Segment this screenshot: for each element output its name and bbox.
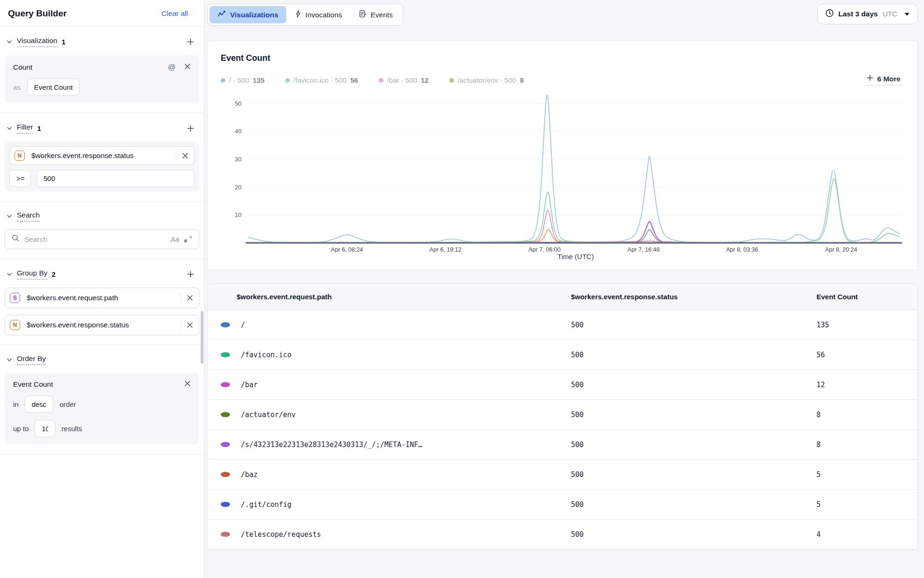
caret-down-icon [904,10,910,18]
legend-item[interactable]: /actuator/env · 500 8 [449,76,524,84]
cell-path: /actuator/env [241,411,305,419]
cell-status: 500 [571,321,816,329]
column-header-status[interactable]: $workers.event.response.status [571,284,816,310]
cell-count: 8 [816,411,917,419]
cell-count: 56 [816,351,917,359]
column-header-count[interactable]: Event Count [816,284,917,310]
series-color-dot [221,322,230,327]
lightning-icon [295,10,301,20]
legend-count: 12 [421,76,429,84]
remove-order-by-icon[interactable] [184,380,191,389]
regex-icon[interactable]: * [184,236,192,243]
section-group-by: Group By 2 S $workers.event.request.path… [0,259,204,345]
svg-text:30: 30 [235,156,242,163]
cell-status: 500 [571,441,816,449]
remove-group-by-icon[interactable] [180,320,194,330]
cell-path: /bar [241,381,267,389]
table-row[interactable]: /baz 500 5 [208,460,917,490]
add-group-by-button[interactable] [185,268,196,280]
order-by-field[interactable]: Event Count [13,380,53,389]
results-table-panel: $workers.event.request.path $workers.eve… [207,283,918,550]
group-by-field: N $workers.event.response.status [5,315,199,335]
document-icon [359,10,367,20]
time-range-selector[interactable]: Last 3 days UTC [817,4,918,24]
table-row[interactable]: /favicon.ico 500 56 [208,340,917,370]
metric-name[interactable]: Count [13,63,32,72]
at-icon[interactable]: @ [168,63,176,72]
legend-label: /actuator/env · 500 [458,76,516,84]
legend-dot [379,78,383,83]
legend-label: / · 500 [229,76,249,84]
table-row[interactable]: / 500 135 [208,310,917,340]
plus-icon [866,74,873,83]
search-input[interactable] [24,235,166,244]
group-by-section-label[interactable]: Group By [17,269,47,280]
group-by-field-name[interactable]: $workers.event.request.path [27,294,177,302]
svg-text:10: 10 [235,211,242,218]
group-by-field-name[interactable]: $workers.event.response.status [27,321,177,329]
series-color-dot [221,472,230,477]
line-chart-icon [217,10,226,19]
table-row[interactable]: /s/432313e22313e28313e2430313/_/;/META-I… [208,430,917,460]
section-search: Search Aa * [0,202,204,259]
order-by-section-label[interactable]: Order By [17,354,46,365]
filter-section-label[interactable]: Filter [17,123,33,134]
search-icon [12,234,20,244]
cell-count: 8 [816,441,917,449]
chevron-down-icon[interactable] [7,127,12,130]
visualization-card: Count @ as Event Count [5,55,199,103]
upto-label: up to [13,425,29,433]
tab-visualizations[interactable]: Visualizations [209,6,286,23]
chevron-down-icon[interactable] [7,215,12,218]
column-header-path[interactable]: $workers.event.request.path [208,284,571,310]
table-row[interactable]: /.git/config 500 5 [208,490,917,520]
svg-text:50: 50 [235,100,242,107]
chevron-down-icon[interactable] [7,358,12,362]
match-case-icon[interactable]: Aa [171,236,179,243]
filter-field-name[interactable]: $workers.event.response.status [31,152,172,160]
direction-select[interactable]: desc [25,396,54,413]
add-filter-button[interactable] [185,123,196,134]
chart-svg[interactable]: 1020304050Apr 6, 08:24Apr 6, 19:12Apr 7,… [221,89,904,253]
svg-text:40: 40 [235,128,242,135]
chevron-down-icon[interactable] [7,40,12,44]
group-by-count: 2 [51,270,55,278]
cell-status: 500 [571,411,816,419]
chevron-down-icon[interactable] [7,273,12,276]
remove-group-by-icon[interactable] [180,293,194,303]
remove-filter-icon[interactable] [176,151,189,160]
alias-field[interactable]: Event Count [27,79,80,96]
legend-item[interactable]: /favicon.ico · 500 56 [285,76,358,84]
svg-text:20: 20 [235,184,242,191]
table-row[interactable]: /telescope/requests 500 4 [208,520,917,549]
visualization-count: 1 [62,38,65,46]
sidebar-title: Query Builder [8,8,67,19]
filter-count: 1 [37,124,41,132]
table-row[interactable]: /bar 500 12 [208,370,917,400]
legend-count: 56 [350,76,358,84]
legend-item[interactable]: / · 500 135 [221,76,265,84]
tab-label: Visualizations [230,11,278,19]
more-series-button[interactable]: 6 More [866,74,901,86]
filter-value-input[interactable] [36,170,195,187]
cell-path: / [241,321,254,329]
legend-item[interactable]: /bar · 500 12 [379,76,429,84]
visualization-section-label[interactable]: Visualization [17,36,58,47]
cell-count: 5 [816,500,917,509]
cell-status: 500 [571,530,816,539]
sidebar-scrollbar[interactable] [201,311,203,364]
table-row[interactable]: /actuator/env 500 8 [208,400,917,430]
search-section-label[interactable]: Search [17,211,40,222]
table-body: / 500 135 /favicon.ico 500 56 /bar 500 1… [208,310,917,549]
order-by-card: Event Count in desc order up to results [5,373,199,445]
filter-operator-select[interactable]: >= [9,170,31,187]
sidebar-header: Query Builder Clear all [0,0,204,27]
svg-text:Apr 7, 06:00: Apr 7, 06:00 [528,246,561,253]
add-visualization-button[interactable] [185,36,196,48]
tab-invocations[interactable]: Invocations [287,6,350,23]
limit-input[interactable] [35,420,55,437]
tab-events[interactable]: Events [351,6,401,23]
filter-card: N $workers.event.response.status >= [5,142,199,192]
clear-all-button[interactable]: Clear all [161,9,188,18]
remove-visualization-icon[interactable] [184,63,191,72]
